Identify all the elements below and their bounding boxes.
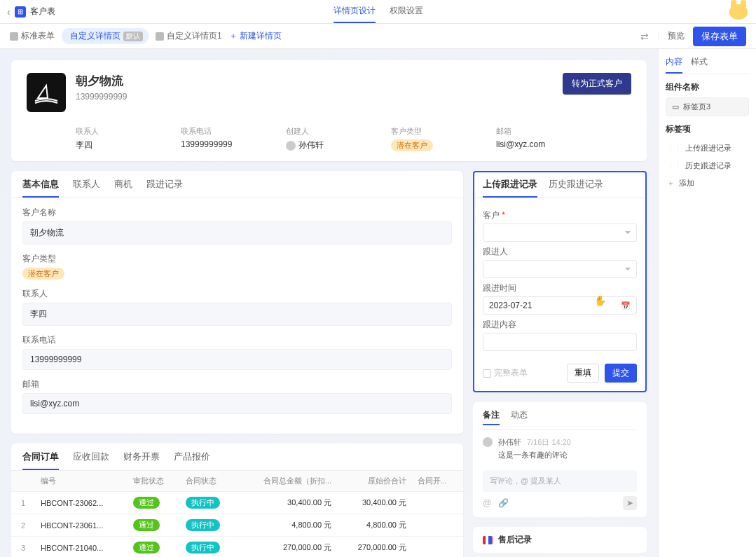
info-tab[interactable]: 基本信息 (22, 178, 59, 198)
company-title: 朝夕物流 (76, 73, 127, 89)
table-row[interactable]: 3HBCONT-21040...通过执行中270,000.00 元270,000… (11, 537, 463, 558)
tab-items-label: 标签项 (666, 123, 749, 135)
submit-button[interactable]: 提交 (605, 364, 637, 383)
contract-tab[interactable]: 应收回款 (73, 451, 109, 470)
hero-field: 联系电话13999999999 (181, 126, 258, 151)
hero-field: 创建人孙伟轩 (286, 126, 363, 151)
after-sale-icon (483, 536, 493, 544)
avatar (483, 437, 493, 447)
convert-customer-button[interactable]: 转为正式客户 (563, 73, 631, 95)
custom-detail-2[interactable]: 自定义详情页1 (156, 30, 222, 42)
add-tab-item[interactable]: ＋添加 (666, 174, 749, 192)
follow-content-input[interactable] (483, 333, 637, 351)
tab-history-followup[interactable]: 历史跟进记录 (549, 178, 603, 198)
custom-detail-chip[interactable]: 自定义详情页默认 (62, 28, 149, 44)
field-value: 朝夕物流 (22, 221, 452, 245)
side-tab-style[interactable]: 样式 (691, 56, 708, 74)
mascot-icon (729, 4, 748, 20)
contract-tab[interactable]: 合同订单 (22, 451, 59, 470)
save-form-button[interactable]: 保存表单 (693, 27, 746, 46)
basic-info-card: 基本信息联系人商机跟进记录 客户名称朝夕物流客户类型潜在客户联系人李四联系电话1… (11, 171, 463, 434)
attach-icon[interactable]: 🔗 (498, 498, 509, 508)
comment-input[interactable]: 写评论，@ 提及某人 (483, 470, 637, 492)
canvas: 朝夕物流 13999999999 转为正式客户 联系人李四联系电话1399999… (0, 49, 658, 557)
component-name-label: 组件名称 (666, 81, 749, 93)
tab-upload-followup[interactable]: 上传跟进记录 (483, 178, 537, 198)
send-icon[interactable]: ➤ (623, 496, 637, 510)
followup-card[interactable]: 上传跟进记录 历史跟进记录 客户 * 跟进人 跟进时间 2023-07-21📅 … (473, 171, 647, 392)
company-logo (27, 73, 66, 112)
reset-button[interactable]: 重填 (567, 364, 599, 383)
field-value: 13999999999 (22, 349, 452, 370)
tab-permission[interactable]: 权限设置 (390, 0, 423, 23)
side-panel: 内容 样式 组件名称 ▭标签页3 标签项 ⋮⋮上传跟进记录⋮⋮历史跟进记录 ＋添… (658, 49, 756, 557)
hero-card: 朝夕物流 13999999999 转为正式客户 联系人李四联系电话1399999… (11, 60, 647, 161)
field-value: lisi@xyz.com (22, 393, 452, 414)
tab-activity[interactable]: 动态 (511, 409, 528, 425)
customer-select[interactable] (483, 224, 637, 242)
comments-card: 备注 动态 孙伟轩7/16日 14:20 这是一条有趣的评论 写评论，@ 提及某… (473, 402, 647, 517)
info-tab[interactable]: 商机 (114, 178, 132, 198)
settings-icon[interactable]: ⇄ (640, 31, 649, 42)
field-value: 潜在客户 (22, 268, 452, 280)
after-sale-card[interactable]: 售后记录 (473, 527, 647, 553)
tab-option-item[interactable]: ⋮⋮上传跟进记录 (666, 139, 749, 157)
contract-tab[interactable]: 产品报价 (174, 451, 210, 470)
preview-button[interactable]: 预览 (668, 30, 685, 42)
company-phone: 13999999999 (76, 92, 127, 102)
add-detail-page[interactable]: ＋ 新建详情页 (229, 30, 282, 42)
back-button[interactable]: ‹ (7, 6, 11, 18)
tab-detail-design[interactable]: 详情页设计 (334, 0, 376, 23)
table-row[interactable]: 2HBCONT-23061...通过执行中4,800.00 元4,800.00 … (11, 514, 463, 537)
tabs-icon: ▭ (672, 102, 679, 111)
page-toolbar: 标准表单 自定义详情页默认 自定义详情页1 ＋ 新建详情页 ⇄ | 预览 保存表… (0, 24, 756, 49)
tab-notes[interactable]: 备注 (483, 409, 500, 425)
table-row[interactable]: 1HBCONT-23062...通过执行中30,400.00 元30,400.0… (11, 492, 463, 514)
table-icon: ⊞ (15, 6, 26, 18)
mention-icon[interactable]: @ (483, 498, 491, 508)
field-value: 李四 (22, 303, 452, 326)
hero-field: 邮箱lisi@xyz.com (496, 126, 573, 151)
contract-tab[interactable]: 财务开票 (123, 451, 160, 470)
hero-field: 客户类型潜在客户 (391, 126, 468, 151)
full-form-toggle[interactable]: 完整表单 (483, 367, 561, 379)
follower-select[interactable] (483, 260, 637, 278)
side-tab-content[interactable]: 内容 (666, 56, 682, 74)
top-bar: ‹ ⊞ 客户表 详情页设计 权限设置 (0, 0, 756, 24)
top-tabs: 详情页设计 权限设置 (334, 0, 423, 23)
contracts-table: 编号审批状态合同状态合同总金额（折扣...原始价合计合同开...1HBCONT-… (11, 471, 463, 557)
table-name: 客户表 (30, 6, 55, 18)
calendar-icon: 📅 (621, 301, 631, 310)
hero-field: 联系人李四 (76, 126, 153, 151)
tab-option-item[interactable]: ⋮⋮历史跟进记录 (666, 157, 749, 174)
info-tab[interactable]: 跟进记录 (146, 178, 183, 198)
component-name-chip[interactable]: ▭标签页3 (666, 97, 749, 116)
contracts-card: 合同订单应收回款财务开票产品报价 编号审批状态合同状态合同总金额（折扣...原始… (11, 443, 463, 557)
follow-time-input[interactable]: 2023-07-21📅 (483, 296, 637, 315)
info-tab[interactable]: 联系人 (73, 178, 100, 198)
standard-form-item[interactable]: 标准表单 (10, 30, 55, 42)
